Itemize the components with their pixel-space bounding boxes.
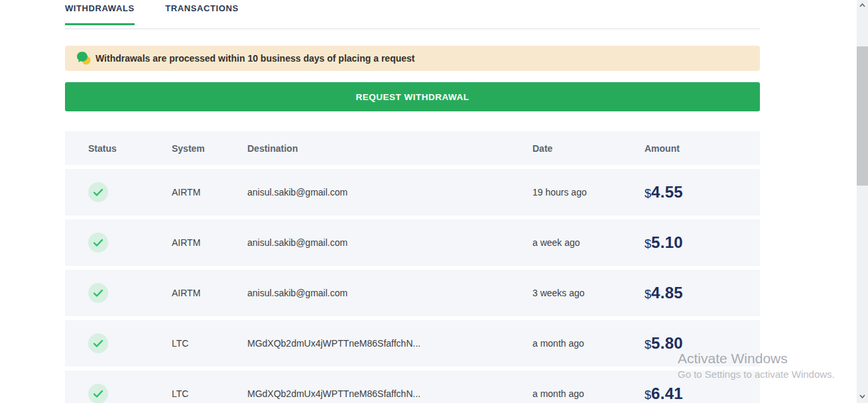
success-check-icon [88, 333, 108, 353]
table-row: LTC MGdXQb2dmUx4jWPTTneM86SfaffchN... a … [65, 371, 760, 403]
withdrawals-table: Status System Destination Date Amount AI… [65, 131, 760, 403]
table-header-row: Status System Destination Date Amount [65, 131, 760, 165]
scrollbar-down-arrow-icon[interactable] [857, 391, 868, 402]
cell-destination: anisul.sakib@gmail.com [247, 288, 532, 298]
scrollbar-up-arrow-icon[interactable] [857, 0, 868, 11]
cell-system: LTC [172, 388, 247, 399]
request-withdrawal-button[interactable]: REQUEST WITHDRAWAL [65, 82, 760, 111]
success-check-icon [88, 384, 108, 403]
withdrawals-page: WITHDRAWALS TRANSACTIONS Withdrawals are… [0, 0, 868, 403]
content-area: WITHDRAWALS TRANSACTIONS Withdrawals are… [65, 0, 760, 403]
cell-system: AIRTM [172, 237, 247, 248]
tab-withdrawals[interactable]: WITHDRAWALS [65, 0, 135, 25]
success-check-icon [88, 182, 108, 202]
success-check-icon [88, 283, 108, 303]
column-header-amount: Amount [645, 143, 760, 154]
cell-date: 19 hours ago [532, 187, 645, 198]
scrollbar-thumb[interactable] [857, 46, 868, 186]
cell-amount: $5.10 [645, 233, 760, 252]
vertical-scrollbar[interactable] [857, 0, 868, 403]
success-check-icon [88, 233, 108, 253]
table-row: AIRTM anisul.sakib@gmail.com 3 weeks ago… [65, 270, 760, 316]
tab-bar: WITHDRAWALS TRANSACTIONS [65, 0, 760, 29]
column-header-system: System [172, 143, 247, 154]
cell-date: 3 weeks ago [532, 288, 645, 298]
table-row: AIRTM anisul.sakib@gmail.com 19 hours ag… [65, 169, 760, 215]
cell-system: AIRTM [172, 187, 247, 198]
cell-destination: MGdXQb2dmUx4jWPTTneM86SfaffchN... [247, 388, 532, 399]
cell-destination: anisul.sakib@gmail.com [247, 237, 532, 248]
cell-system: LTC [172, 338, 247, 349]
cell-system: AIRTM [172, 288, 247, 298]
cell-destination: anisul.sakib@gmail.com [247, 187, 532, 198]
notice-text: Withdrawals are processed within 10 busi… [95, 53, 414, 64]
chat-bubbles-icon [76, 51, 93, 66]
cell-amount: $5.80 [645, 334, 760, 353]
cell-amount: $6.41 [645, 384, 760, 403]
table-row: AIRTM anisul.sakib@gmail.com a week ago … [65, 219, 760, 266]
tab-transactions[interactable]: TRANSACTIONS [165, 0, 238, 25]
column-header-date: Date [532, 143, 645, 154]
cell-amount: $4.55 [645, 183, 760, 202]
column-header-destination: Destination [247, 143, 532, 154]
cell-destination: MGdXQb2dmUx4jWPTTneM86SfaffchN... [247, 338, 532, 349]
cell-amount: $4.85 [645, 284, 760, 302]
notice-banner: Withdrawals are processed within 10 busi… [65, 46, 760, 71]
cell-date: a month ago [532, 388, 645, 399]
column-header-status: Status [65, 143, 172, 154]
table-row: LTC MGdXQb2dmUx4jWPTTneM86SfaffchN... a … [65, 320, 760, 367]
cell-date: a month ago [532, 338, 645, 349]
cell-date: a week ago [532, 237, 645, 248]
